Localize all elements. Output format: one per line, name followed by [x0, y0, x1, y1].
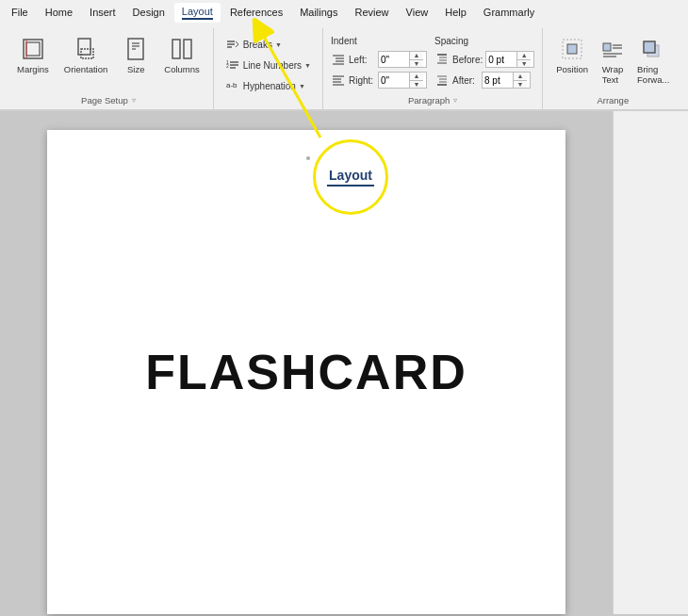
menu-grammarly[interactable]: Grammarly [476, 4, 542, 21]
breaks-group: Breaks ▼ 1 2 Line Numbers ▼ [214, 28, 323, 109]
arrange-group: Position WrapText [543, 28, 682, 109]
line-numbers-button[interactable]: 1 2 Line Numbers ▼ [221, 55, 315, 75]
size-button[interactable]: Size [117, 32, 155, 78]
columns-icon [169, 36, 195, 62]
orientation-icon [73, 36, 99, 62]
svg-text:a-b: a-b [226, 81, 238, 89]
spacing-after-spin[interactable]: ▲ ▼ [482, 72, 531, 89]
menu-insert[interactable]: Insert [82, 4, 123, 21]
indent-label: Indent [331, 36, 427, 46]
indent-left-down[interactable]: ▼ [410, 60, 423, 68]
spacing-before-spin-buttons: ▲ ▼ [516, 52, 531, 67]
menu-file[interactable]: File [4, 4, 36, 21]
indent-right-spin-buttons: ▲ ▼ [409, 73, 423, 88]
line-numbers-arrow-icon: ▼ [304, 62, 311, 69]
toolbar: Margins Orientation [0, 24, 688, 109]
spacing-before-spin[interactable]: ▲ ▼ [485, 51, 534, 68]
arrange-group-label: Arrange [597, 95, 629, 105]
spacing-before-up[interactable]: ▲ [517, 52, 531, 60]
hyphenation-button[interactable]: a-b Hyphenation ▼ [221, 75, 309, 96]
indent-right-up[interactable]: ▲ [410, 73, 423, 81]
menu-view[interactable]: View [399, 4, 436, 21]
annotation-underline [327, 185, 374, 186]
svg-text:2: 2 [226, 63, 229, 69]
spacing-label: Spacing [434, 36, 534, 46]
spacing-after-spin-buttons: ▲ ▼ [513, 73, 527, 88]
spacing-section: Spacing Before: [434, 36, 534, 93]
hyphenation-icon: a-b [225, 78, 240, 93]
menu-review[interactable]: Review [348, 4, 397, 21]
menu-layout[interactable]: Layout [174, 3, 221, 23]
document-area: FLASHCARD [0, 111, 613, 614]
position-button[interactable]: Position [550, 32, 594, 78]
paragraph-group-label: Paragraph [408, 95, 450, 105]
indent-left-up[interactable]: ▲ [410, 52, 423, 60]
indent-right-spin[interactable]: ▲ ▼ [378, 72, 427, 89]
indent-right-input[interactable] [379, 73, 409, 88]
svg-rect-39 [567, 44, 577, 54]
bring-forward-button[interactable]: BringForwa... [631, 32, 675, 89]
indent-left-spin[interactable]: ▲ ▼ [378, 51, 427, 68]
menu-mailings[interactable]: Mailings [292, 4, 345, 21]
page-setup-label: Page Setup [81, 95, 128, 105]
indent-section: Indent Left: [331, 36, 427, 93]
right-panel [613, 111, 688, 614]
spacing-after-label: After: [452, 75, 479, 86]
wrap-text-button[interactable]: WrapText [594, 32, 631, 89]
line-numbers-icon: 1 2 [225, 57, 240, 73]
svg-line-15 [236, 44, 238, 47]
spacing-after-down[interactable]: ▼ [514, 81, 527, 89]
document-page: FLASHCARD [47, 130, 565, 614]
menu-references[interactable]: References [222, 4, 290, 21]
page-setup-group: Margins Orientation [4, 28, 214, 109]
hyphenation-label: Hyphenation [243, 81, 296, 91]
margins-button[interactable]: Margins [11, 32, 55, 78]
bring-forward-icon [640, 36, 666, 62]
margins-label: Margins [17, 64, 49, 74]
size-label: Size [127, 64, 144, 74]
menu-help[interactable]: Help [437, 4, 474, 21]
page-setup-expand-icon[interactable]: ▿ [132, 96, 136, 105]
line-numbers-label: Line Numbers [243, 60, 302, 71]
bring-forward-label: BringForwa... [637, 64, 669, 85]
indent-left-icon [331, 52, 346, 67]
margins-icon [20, 36, 46, 62]
menu-design[interactable]: Design [125, 4, 172, 21]
indent-right-icon [331, 73, 346, 88]
spacing-before-down[interactable]: ▼ [517, 60, 531, 68]
svg-rect-46 [644, 41, 655, 53]
wrap-text-icon [599, 36, 626, 62]
indent-left-label: Left: [349, 55, 375, 65]
orientation-button[interactable]: Orientation [58, 32, 113, 78]
position-label: Position [556, 64, 588, 74]
hyphenation-arrow-icon: ▼ [299, 83, 305, 89]
indent-left-input[interactable] [379, 52, 409, 67]
breaks-icon [225, 37, 240, 52]
spacing-before-label: Before: [452, 55, 483, 65]
columns-button[interactable]: Columns [158, 32, 205, 78]
paragraph-group: Indent Left: [323, 28, 543, 109]
breaks-button[interactable]: Breaks ▼ [221, 34, 286, 55]
svg-rect-9 [172, 40, 180, 58]
spacing-after-row: After: ▲ ▼ [434, 71, 534, 89]
annotation-circle: Layout [313, 139, 388, 215]
indent-left-row: Left: ▲ ▼ [331, 50, 427, 69]
size-icon [123, 36, 149, 62]
position-icon [559, 36, 585, 62]
paragraph-expand-icon[interactable]: ▿ [453, 96, 457, 105]
menu-home[interactable]: Home [38, 4, 80, 21]
spacing-after-icon [434, 73, 450, 88]
svg-rect-3 [78, 39, 90, 55]
spacing-before-input[interactable] [486, 52, 516, 67]
wrap-text-label: WrapText [602, 64, 624, 85]
spacing-before-row: Before: ▲ ▼ [434, 50, 534, 69]
page-dot [306, 156, 310, 160]
spacing-after-input[interactable] [483, 73, 513, 88]
svg-rect-40 [603, 43, 611, 51]
spacing-after-up[interactable]: ▲ [514, 73, 527, 81]
svg-rect-4 [81, 49, 93, 58]
breaks-label: Breaks [243, 40, 272, 50]
breaks-arrow-icon: ▼ [275, 41, 282, 48]
indent-right-down[interactable]: ▼ [410, 81, 423, 89]
indent-left-spin-buttons: ▲ ▼ [409, 52, 423, 67]
